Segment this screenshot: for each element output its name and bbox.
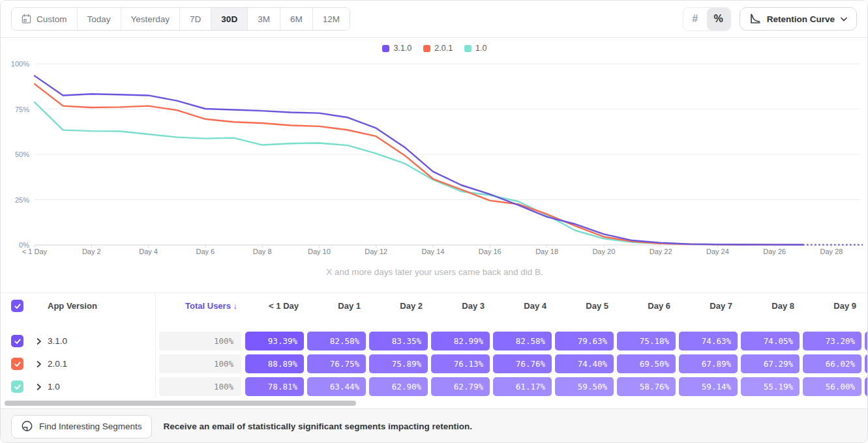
retention-cell-clipped[interactable] [865, 354, 868, 373]
retention-cell[interactable]: 76.75% [307, 354, 366, 373]
range-button-6m[interactable]: 6M [280, 8, 313, 30]
scrollbar-thumb[interactable] [5, 401, 356, 406]
retention-cell[interactable]: 59.14% [679, 377, 738, 396]
retention-cell[interactable]: 58.76% [617, 377, 676, 396]
total-users-cell: 100% [159, 354, 241, 373]
interesting-segments-icon [21, 420, 33, 433]
row-checkbox[interactable] [11, 358, 23, 370]
column-header-day-9[interactable]: Day 9 [803, 301, 865, 311]
range-button-7d[interactable]: 7D [180, 8, 211, 30]
x-axis-tick-label: Day 12 [365, 248, 387, 255]
legend-label: 2.0.1 [434, 44, 453, 53]
retention-cell[interactable]: 69.50% [617, 354, 676, 373]
retention-cell[interactable]: 82.99% [431, 332, 490, 350]
retention-report-card: CustomTodayYesterday7D30D3M6M12M # % Ret… [0, 0, 868, 443]
retention-day-column: 82.58% [493, 332, 555, 350]
retention-cell[interactable]: 67.89% [679, 354, 738, 373]
retention-day-column: 75.89% [369, 354, 431, 373]
frozen-pane-divider [155, 293, 156, 397]
expand-chevron-icon[interactable] [29, 360, 48, 368]
retention-cell[interactable]: 82.58% [493, 332, 552, 350]
retention-cell-clipped[interactable] [865, 377, 868, 396]
select-all-checkbox[interactable] [11, 300, 23, 312]
horizontal-scrollbar[interactable] [1, 399, 867, 407]
retention-day-column-clipped [865, 377, 868, 396]
column-header-day-2[interactable]: Day 2 [369, 301, 431, 311]
retention-cell[interactable]: 74.63% [679, 332, 738, 350]
retention-cell[interactable]: 67.29% [741, 354, 800, 373]
column-header-day-3[interactable]: Day 3 [431, 301, 493, 311]
range-button-custom[interactable]: Custom [12, 8, 78, 30]
retention-cell[interactable]: 75.89% [369, 354, 428, 373]
retention-day-column: 82.99% [431, 332, 493, 350]
retention-cell[interactable]: 82.58% [307, 332, 366, 350]
table-body: 3.1.0100%93.39%82.58%83.35%82.99%82.58%7… [1, 330, 868, 398]
retention-cell[interactable]: 88.89% [245, 354, 304, 373]
series-line-3.1.0 [35, 76, 803, 244]
expand-chevron-icon[interactable] [29, 383, 48, 391]
column-header-total-users[interactable]: Total Users ↓ [185, 301, 245, 311]
retention-cell[interactable]: 61.17% [493, 377, 552, 396]
range-button-30d[interactable]: 30D [211, 8, 248, 30]
x-axis-tick-label: Day 2 [82, 248, 101, 255]
retention-cell[interactable]: 73.20% [803, 332, 861, 350]
column-header-day-7[interactable]: Day 7 [679, 301, 741, 311]
retention-cell[interactable]: 59.50% [555, 377, 614, 396]
range-button-today[interactable]: Today [78, 8, 121, 30]
select-all-cell [1, 300, 29, 312]
retention-cell[interactable]: 62.90% [369, 377, 428, 396]
retention-cell[interactable]: 79.63% [555, 332, 614, 350]
find-interesting-segments-button[interactable]: Find Interesting Segments [11, 415, 152, 438]
column-header-total-users-cell: Total Users ↓ [155, 301, 245, 311]
expand-chevron-icon[interactable] [29, 337, 48, 345]
retention-cell[interactable]: 74.05% [741, 332, 800, 350]
retention-day-column: 93.39% [245, 332, 307, 350]
retention-cell[interactable]: 78.81% [245, 377, 304, 396]
chart-type-dropdown[interactable]: Retention Curve [740, 7, 857, 31]
range-label: Yesterday [131, 14, 170, 24]
column-header-day-6[interactable]: Day 6 [617, 301, 679, 311]
row-select-cell [1, 380, 29, 393]
number-format-button[interactable]: # [683, 8, 707, 31]
retention-day-column: 76.76% [493, 354, 555, 373]
range-button-12m[interactable]: 12M [313, 8, 350, 30]
column-header-day-4[interactable]: Day 4 [493, 301, 555, 311]
retention-cell[interactable]: 66.02% [803, 354, 861, 373]
column-header-day-8[interactable]: Day 8 [741, 301, 803, 311]
retention-cell[interactable]: 76.13% [431, 354, 490, 373]
retention-cell[interactable]: 93.39% [245, 332, 304, 350]
range-button-yesterday[interactable]: Yesterday [121, 8, 181, 30]
retention-day-column: 76.75% [307, 354, 369, 373]
column-header-day-1[interactable]: Day 1 [307, 301, 369, 311]
retention-cell-clipped[interactable] [865, 332, 868, 350]
table-row-1.0: 1.0100%78.81%63.44%62.90%62.79%61.17%59.… [1, 375, 868, 398]
row-select-cell [1, 335, 29, 347]
retention-day-column-clipped [865, 332, 868, 350]
column-header--1-day[interactable]: < 1 Day [245, 301, 307, 311]
row-checkbox[interactable] [11, 335, 23, 347]
retention-cell[interactable]: 76.76% [493, 354, 552, 373]
retention-cell[interactable]: 74.40% [555, 354, 614, 373]
retention-day-column: 79.63% [555, 332, 617, 350]
x-axis-tick-label: Day 6 [196, 248, 215, 255]
range-button-3m[interactable]: 3M [248, 8, 280, 30]
retention-day-column: 67.89% [679, 354, 741, 373]
retention-cell[interactable]: 62.79% [431, 377, 490, 396]
legend-item-2.0.1[interactable]: 2.0.1 [423, 44, 453, 53]
retention-day-column: 59.50% [555, 377, 617, 396]
retention-day-column: 73.20% [803, 332, 865, 350]
column-header-day-5[interactable]: Day 5 [555, 301, 617, 311]
retention-cell[interactable]: 56.00% [803, 377, 861, 396]
retention-day-column: 78.81% [245, 377, 307, 396]
retention-cell[interactable]: 83.35% [369, 332, 428, 350]
legend-item-3.1.0[interactable]: 3.1.0 [382, 44, 412, 53]
retention-cell[interactable]: 55.19% [741, 377, 800, 396]
retention-cell[interactable]: 63.44% [307, 377, 366, 396]
legend-swatch [464, 45, 471, 52]
legend-item-1.0[interactable]: 1.0 [464, 44, 486, 53]
retention-cell[interactable]: 75.18% [617, 332, 676, 350]
row-checkbox[interactable] [11, 380, 23, 393]
total-users-column: 100% [155, 377, 245, 396]
percent-format-button[interactable]: % [707, 8, 730, 31]
app-version-label: 2.0.1 [48, 359, 155, 369]
